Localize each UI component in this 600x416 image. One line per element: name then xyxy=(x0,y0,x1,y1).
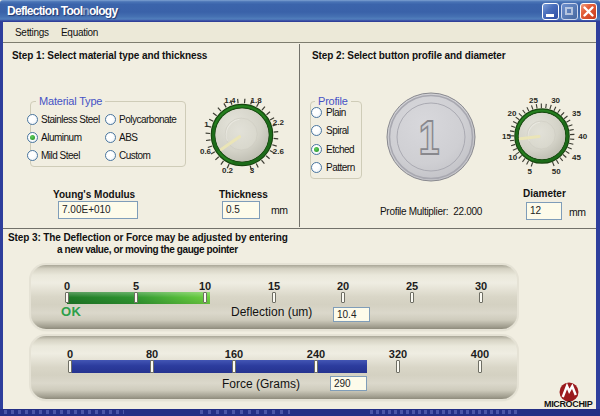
svg-text:1: 1 xyxy=(419,110,440,164)
